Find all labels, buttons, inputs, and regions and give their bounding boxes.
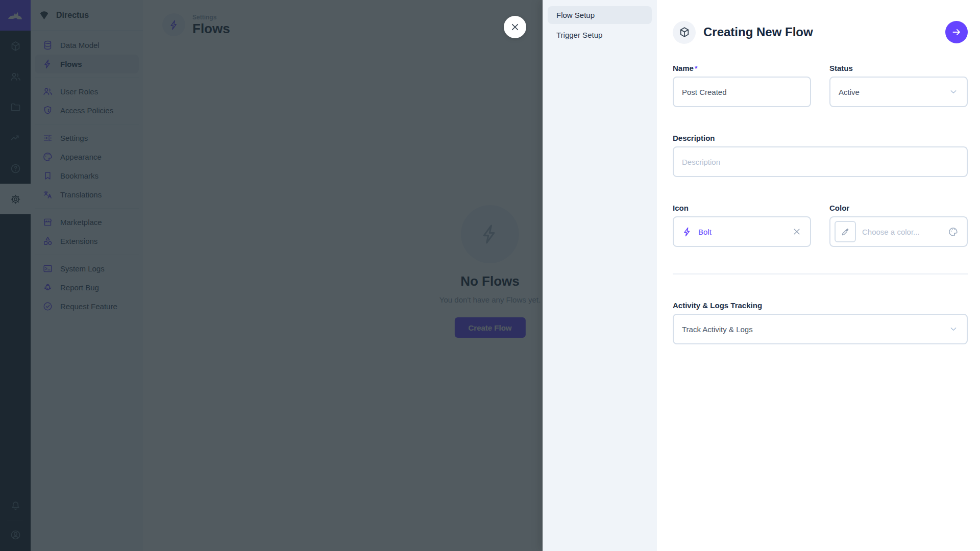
form-divider <box>673 273 968 274</box>
color-field: Color Choose a color... <box>829 204 968 247</box>
cube-icon <box>678 26 691 38</box>
name-input[interactable] <box>682 88 802 96</box>
color-label: Color <box>829 204 968 212</box>
status-field: Status Active <box>829 64 968 107</box>
drawer-header: Creating New Flow <box>657 0 980 47</box>
palette-icon[interactable] <box>948 227 959 237</box>
status-value: Active <box>839 88 860 96</box>
description-input[interactable] <box>682 158 959 166</box>
drawer-content: Creating New Flow Name* Status Active <box>657 0 980 551</box>
tracking-label: Activity & Logs Tracking <box>673 301 968 310</box>
description-field: Description <box>673 134 968 177</box>
eyedropper-button[interactable] <box>835 221 856 242</box>
icon-select[interactable]: Bolt <box>673 216 811 247</box>
save-continue-button[interactable] <box>945 21 968 43</box>
drawer-title: Creating New Flow <box>703 25 938 39</box>
arrow-right-icon <box>951 27 962 38</box>
tracking-field: Activity & Logs Tracking Track Activity … <box>673 301 968 344</box>
icon-label: Icon <box>673 204 811 212</box>
tracking-value: Track Activity & Logs <box>682 325 753 334</box>
chevron-down-icon <box>948 87 959 97</box>
drawer-nav: Flow Setup Trigger Setup <box>543 0 657 551</box>
flow-setup-form: Name* Status Active Description <box>657 47 980 365</box>
color-input-wrapper: Choose a color... <box>829 216 968 247</box>
description-label: Description <box>673 134 968 142</box>
close-icon <box>509 21 521 33</box>
drawer-nav-flow-setup[interactable]: Flow Setup <box>548 6 652 24</box>
eyedropper-icon <box>841 227 850 237</box>
chevron-down-icon <box>948 324 959 334</box>
status-label: Status <box>829 64 968 72</box>
name-input-wrapper <box>673 77 811 107</box>
create-flow-drawer: Flow Setup Trigger Setup Creating New Fl… <box>543 0 980 551</box>
icon-value: Bolt <box>698 228 712 236</box>
color-placeholder[interactable]: Choose a color... <box>862 228 920 236</box>
name-label: Name* <box>673 64 811 72</box>
status-select[interactable]: Active <box>829 77 968 107</box>
bolt-icon <box>682 227 693 237</box>
drawer-title-badge <box>673 21 696 44</box>
drawer-nav-trigger-setup[interactable]: Trigger Setup <box>548 26 652 44</box>
clear-icon-button[interactable] <box>792 227 802 237</box>
tracking-select[interactable]: Track Activity & Logs <box>673 314 968 344</box>
required-asterisk: * <box>695 64 698 72</box>
name-field: Name* <box>673 64 811 107</box>
description-input-wrapper <box>673 146 968 177</box>
icon-field: Icon Bolt <box>673 204 811 247</box>
close-drawer-button[interactable] <box>504 16 526 38</box>
